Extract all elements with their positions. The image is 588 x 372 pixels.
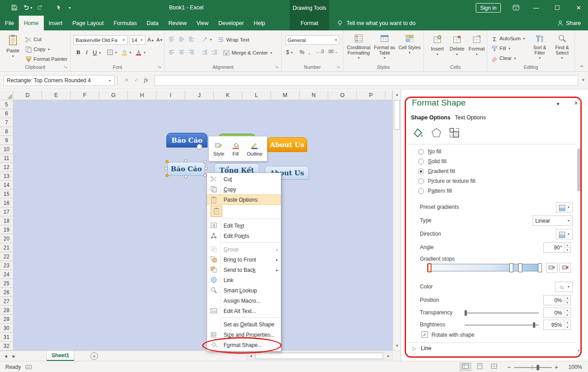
angle-spinner[interactable]: 90° ▲▼ — [543, 242, 571, 253]
radio-solid-fill[interactable] — [418, 159, 424, 165]
gradient-stop-0pct[interactable] — [427, 263, 431, 272]
number-dialog-launcher[interactable] — [337, 65, 342, 70]
column-header-L[interactable]: L — [242, 90, 271, 100]
pane-tab-shape-options[interactable]: Shape Options — [411, 114, 450, 121]
row-header-14[interactable]: 14 — [0, 181, 13, 190]
cell-styles-button[interactable]: Cell Styles▼ — [398, 34, 421, 54]
column-header-G[interactable]: G — [99, 90, 128, 100]
menu-item-paste-options[interactable]: Paste Options: — [207, 194, 281, 205]
scroll-left-arrow[interactable]: ◄ — [248, 353, 254, 359]
scroll-up-arrow[interactable]: ▲ — [394, 91, 400, 98]
column-header-F[interactable]: F — [71, 90, 99, 100]
name-box[interactable]: Rectangle: Top Corners Rounded 4 ▼ — [4, 75, 114, 86]
insert-cells-button[interactable]: Insert▼ — [428, 35, 446, 56]
find-select-button[interactable]: Find & Select▼ — [552, 34, 572, 59]
orientation-button[interactable]: ▼ — [201, 36, 212, 43]
zoom-out-button[interactable]: − — [507, 364, 511, 371]
mini-toolbar-outline-button[interactable]: Outline — [245, 140, 265, 158]
selection-handle[interactable] — [203, 160, 207, 163]
row-header-15[interactable]: 15 — [0, 190, 13, 199]
pane-options-arrow[interactable]: ▼ — [556, 101, 560, 106]
row-header-5[interactable]: 5 — [0, 100, 13, 109]
gradient-stop-82pct[interactable] — [518, 263, 522, 272]
add-sheet-button[interactable]: + — [90, 352, 98, 360]
row-header-13[interactable]: 13 — [0, 172, 13, 181]
minimize-button[interactable]: — — [529, 0, 544, 16]
line-section-expander-icon[interactable]: ▷ — [413, 346, 416, 351]
vertical-scrollbar[interactable]: ▲ ▼ — [393, 90, 401, 351]
transparency-slider[interactable] — [465, 313, 539, 313]
ribbon-tab-formulas[interactable]: Formulas — [109, 16, 142, 30]
row-header-21[interactable]: 21 — [0, 243, 13, 252]
align-right-button[interactable] — [188, 49, 195, 56]
fill-color-button[interactable]: ▼ — [121, 49, 132, 56]
ribbon-tab-data[interactable]: Data — [142, 16, 163, 30]
increase-decimal-button[interactable]: ←.0 — [316, 49, 324, 54]
underline-dropdown-arrow[interactable]: ▼ — [98, 51, 102, 55]
radio-no-fill[interactable] — [418, 149, 424, 155]
size-properties-tab-icon[interactable] — [448, 127, 460, 140]
ribbon-tab-format[interactable]: Format — [290, 16, 329, 30]
row-header-27[interactable]: 27 — [0, 297, 13, 306]
color-dropdown[interactable]: ▼ — [555, 282, 573, 292]
row-header-17[interactable]: 17 — [0, 207, 13, 216]
paste-button[interactable]: Paste▼ — [4, 34, 22, 58]
row-header-7[interactable]: 7 — [0, 118, 13, 127]
menu-item-size-and-properties[interactable]: Size and Properties... — [207, 330, 281, 340]
row-header-6[interactable]: 6 — [0, 109, 13, 118]
undo-dropdown-arrow[interactable]: ▾ — [30, 6, 32, 10]
selection-handle[interactable] — [184, 159, 187, 162]
row-header-26[interactable]: 26 — [0, 288, 13, 297]
bold-button[interactable]: B — [74, 48, 82, 56]
fill-button[interactable]: Fill▼ — [491, 44, 511, 52]
align-middle-button[interactable] — [178, 36, 185, 43]
column-header-N[interactable]: N — [300, 90, 328, 100]
borders-button[interactable]: ▼ — [106, 49, 118, 56]
row-header-30[interactable]: 30 — [0, 324, 13, 333]
ribbon-tab-insert[interactable]: Insert — [44, 16, 68, 30]
currency-button[interactable]: $▼ — [286, 49, 293, 55]
pane-scroll-thumb[interactable] — [577, 148, 581, 191]
column-header-I[interactable]: I — [157, 90, 185, 100]
maximize-button[interactable]: ☐ — [550, 0, 565, 16]
delete-cells-button[interactable]: Delete▼ — [448, 35, 466, 56]
fill-option-solid-fill[interactable]: Solid fill — [418, 158, 446, 165]
row-header-23[interactable]: 23 — [0, 261, 13, 270]
format-cells-button[interactable]: Format▼ — [468, 35, 486, 56]
align-left-button[interactable] — [168, 49, 175, 56]
column-header-E[interactable]: E — [42, 90, 71, 100]
column-header-H[interactable]: H — [128, 90, 157, 100]
decrease-font-button[interactable]: A▼ — [156, 36, 164, 44]
comma-button[interactable]: , — [309, 49, 310, 55]
ribbon-tab-view[interactable]: View — [191, 16, 213, 30]
selection-handle[interactable] — [165, 174, 169, 177]
align-center-button[interactable] — [178, 49, 185, 56]
brightness-spinner[interactable]: 95% ▲▼ — [543, 320, 571, 330]
view-normal-button[interactable] — [460, 363, 471, 371]
preset-gradients-dropdown[interactable]: ▼ — [556, 202, 573, 212]
confirm-entry-icon[interactable]: ✓ — [134, 77, 139, 83]
selection-handle[interactable] — [165, 167, 168, 170]
tell-me-box[interactable]: Tell me what you want to do — [336, 16, 415, 30]
row-header-22[interactable]: 22 — [0, 252, 13, 261]
cut-button[interactable]: Cut — [25, 35, 42, 43]
row-header-29[interactable]: 29 — [0, 315, 13, 324]
name-box-dropdown-arrow[interactable]: ▼ — [108, 79, 111, 82]
paste-option-keep-formatting[interactable] — [211, 206, 222, 217]
menu-item-edit-text[interactable]: AEdit Text — [207, 220, 281, 231]
increase-font-button[interactable]: A▲ — [147, 36, 155, 44]
wrap-text-button[interactable]: Wrap Text — [217, 36, 249, 44]
column-header-M[interactable]: M — [271, 90, 300, 100]
percent-button[interactable]: % — [300, 49, 305, 55]
ribbon-tab-file[interactable]: File — [0, 16, 19, 30]
clipboard-dialog-launcher[interactable] — [64, 65, 69, 70]
cancel-entry-icon[interactable]: ✕ — [124, 77, 129, 83]
shape-rotate-handle[interactable] — [197, 144, 202, 149]
ribbon-display-options-icon[interactable] — [512, 4, 520, 12]
selection-handle[interactable] — [203, 174, 207, 177]
menu-item-assign-macro[interactable]: Assign Macro... — [207, 296, 281, 306]
underline-button[interactable]: U — [91, 48, 99, 56]
undo-icon[interactable] — [22, 4, 30, 12]
row-header-32[interactable]: 32 — [0, 342, 13, 351]
fill-option-no-fill[interactable]: No fill — [418, 148, 441, 155]
